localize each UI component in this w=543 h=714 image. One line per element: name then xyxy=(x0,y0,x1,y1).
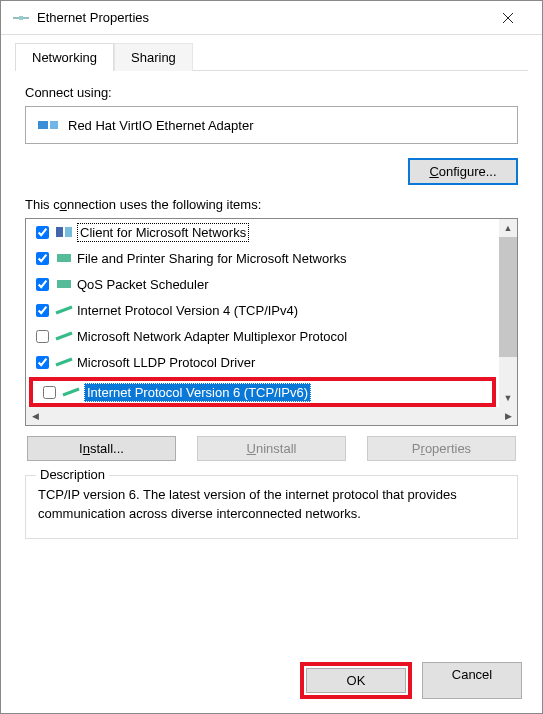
adapter-box[interactable]: Red Hat VirtIO Ethernet Adapter xyxy=(25,106,518,144)
client-icon xyxy=(55,225,73,239)
item-label: Internet Protocol Version 4 (TCP/IPv4) xyxy=(77,303,298,318)
ethernet-icon xyxy=(13,13,29,23)
scroll-track[interactable] xyxy=(44,407,499,425)
properties-button[interactable]: Properties xyxy=(367,436,516,461)
description-fieldset: Description TCP/IP version 6. The latest… xyxy=(25,475,518,539)
item-checkbox[interactable] xyxy=(36,252,49,265)
ok-button[interactable]: OK xyxy=(306,668,406,693)
list-item[interactable]: Microsoft LLDP Protocol Driver xyxy=(26,349,499,375)
item-label: QoS Packet Scheduler xyxy=(77,277,209,292)
item-label: Microsoft Network Adapter Multiplexor Pr… xyxy=(77,329,347,344)
service-icon xyxy=(55,277,73,291)
uses-items-label: This connection uses the following items… xyxy=(25,197,518,212)
scroll-right-icon[interactable]: ▶ xyxy=(499,407,517,425)
vertical-scrollbar[interactable]: ▲ ▼ xyxy=(499,219,517,407)
item-label: Microsoft LLDP Protocol Driver xyxy=(77,355,255,370)
protocol-icon xyxy=(55,355,73,369)
list-item[interactable]: Microsoft Network Adapter Multiplexor Pr… xyxy=(26,323,499,349)
configure-button[interactable]: Configure... xyxy=(408,158,518,185)
items-listbox[interactable]: Client for Microsoft Networks File and P… xyxy=(25,218,518,426)
svg-rect-5 xyxy=(57,254,71,262)
networking-pane: Connect using: Red Hat VirtIO Ethernet A… xyxy=(1,71,542,547)
description-text: TCP/IP version 6. The latest version of … xyxy=(38,486,505,524)
tab-sharing[interactable]: Sharing xyxy=(114,43,193,71)
close-icon xyxy=(502,12,514,24)
dialog-footer: OK Cancel xyxy=(300,662,522,699)
list-item[interactable]: Client for Microsoft Networks xyxy=(26,219,499,245)
item-checkbox[interactable] xyxy=(36,226,49,239)
scroll-left-icon[interactable]: ◀ xyxy=(26,407,44,425)
svg-rect-6 xyxy=(57,280,71,288)
service-icon xyxy=(55,251,73,265)
list-item[interactable]: Internet Protocol Version 4 (TCP/IPv4) xyxy=(26,297,499,323)
horizontal-scrollbar[interactable]: ◀ ▶ xyxy=(26,407,517,425)
window-title: Ethernet Properties xyxy=(37,10,485,25)
ethernet-properties-dialog: Ethernet Properties Networking Sharing C… xyxy=(0,0,543,714)
item-checkbox[interactable] xyxy=(36,304,49,317)
svg-rect-4 xyxy=(65,227,72,237)
highlight-box-ipv6: Internet Protocol Version 6 (TCP/IPv6) xyxy=(29,377,496,407)
item-label: Internet Protocol Version 6 (TCP/IPv6) xyxy=(84,383,311,402)
highlight-box-ok: OK xyxy=(300,662,412,699)
list-item-selected[interactable]: Internet Protocol Version 6 (TCP/IPv6) xyxy=(33,381,492,403)
item-checkbox[interactable] xyxy=(36,330,49,343)
protocol-icon xyxy=(55,303,73,317)
install-button[interactable]: Install... xyxy=(27,436,176,461)
item-label: File and Printer Sharing for Microsoft N… xyxy=(77,251,346,266)
tab-row: Networking Sharing xyxy=(1,35,542,71)
svg-rect-0 xyxy=(19,16,23,20)
close-button[interactable] xyxy=(485,3,530,33)
scroll-track[interactable] xyxy=(499,357,517,389)
item-checkbox[interactable] xyxy=(36,356,49,369)
svg-rect-3 xyxy=(56,227,63,237)
tab-networking[interactable]: Networking xyxy=(15,43,114,71)
item-checkbox[interactable] xyxy=(36,278,49,291)
scroll-down-icon[interactable]: ▼ xyxy=(499,389,517,407)
scroll-thumb[interactable] xyxy=(499,237,517,357)
nic-icon xyxy=(36,117,60,133)
adapter-name: Red Hat VirtIO Ethernet Adapter xyxy=(68,118,253,133)
protocol-icon xyxy=(55,329,73,343)
item-label: Client for Microsoft Networks xyxy=(77,223,249,242)
cancel-button[interactable]: Cancel xyxy=(422,662,522,699)
connect-using-label: Connect using: xyxy=(25,85,518,100)
protocol-icon xyxy=(62,385,80,399)
title-bar: Ethernet Properties xyxy=(1,1,542,35)
description-legend: Description xyxy=(36,467,109,482)
svg-rect-1 xyxy=(38,121,48,129)
uninstall-button[interactable]: Uninstall xyxy=(197,436,346,461)
svg-rect-2 xyxy=(50,121,58,129)
items-list: Client for Microsoft Networks File and P… xyxy=(26,219,499,407)
item-checkbox[interactable] xyxy=(43,386,56,399)
list-item[interactable]: File and Printer Sharing for Microsoft N… xyxy=(26,245,499,271)
scroll-up-icon[interactable]: ▲ xyxy=(499,219,517,237)
list-item[interactable]: QoS Packet Scheduler xyxy=(26,271,499,297)
